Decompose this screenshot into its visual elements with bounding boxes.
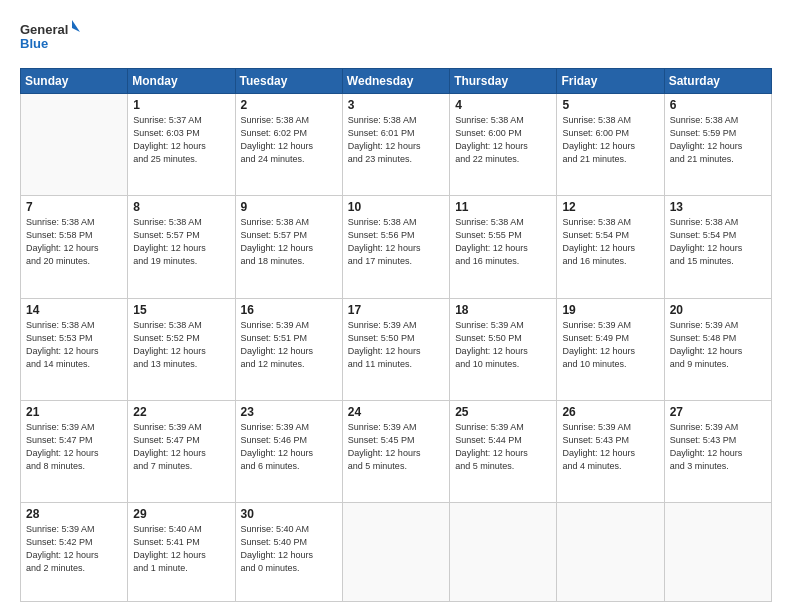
calendar-cell xyxy=(450,503,557,602)
day-info: Sunrise: 5:39 AM Sunset: 5:48 PM Dayligh… xyxy=(670,319,766,371)
calendar-cell: 24Sunrise: 5:39 AM Sunset: 5:45 PM Dayli… xyxy=(342,400,449,502)
calendar-cell: 7Sunrise: 5:38 AM Sunset: 5:58 PM Daylig… xyxy=(21,196,128,298)
calendar-week-row: 14Sunrise: 5:38 AM Sunset: 5:53 PM Dayli… xyxy=(21,298,772,400)
day-number: 28 xyxy=(26,507,122,521)
day-number: 23 xyxy=(241,405,337,419)
day-info: Sunrise: 5:38 AM Sunset: 5:54 PM Dayligh… xyxy=(562,216,658,268)
column-header-tuesday: Tuesday xyxy=(235,69,342,94)
day-number: 7 xyxy=(26,200,122,214)
day-number: 4 xyxy=(455,98,551,112)
calendar-cell: 5Sunrise: 5:38 AM Sunset: 6:00 PM Daylig… xyxy=(557,94,664,196)
calendar-cell: 15Sunrise: 5:38 AM Sunset: 5:52 PM Dayli… xyxy=(128,298,235,400)
calendar-cell: 17Sunrise: 5:39 AM Sunset: 5:50 PM Dayli… xyxy=(342,298,449,400)
svg-marker-2 xyxy=(72,20,80,32)
calendar-cell: 26Sunrise: 5:39 AM Sunset: 5:43 PM Dayli… xyxy=(557,400,664,502)
day-number: 20 xyxy=(670,303,766,317)
calendar-cell: 22Sunrise: 5:39 AM Sunset: 5:47 PM Dayli… xyxy=(128,400,235,502)
column-header-wednesday: Wednesday xyxy=(342,69,449,94)
day-info: Sunrise: 5:39 AM Sunset: 5:43 PM Dayligh… xyxy=(670,421,766,473)
day-info: Sunrise: 5:38 AM Sunset: 6:02 PM Dayligh… xyxy=(241,114,337,166)
day-info: Sunrise: 5:38 AM Sunset: 5:58 PM Dayligh… xyxy=(26,216,122,268)
calendar-cell: 19Sunrise: 5:39 AM Sunset: 5:49 PM Dayli… xyxy=(557,298,664,400)
day-number: 29 xyxy=(133,507,229,521)
calendar-week-row: 7Sunrise: 5:38 AM Sunset: 5:58 PM Daylig… xyxy=(21,196,772,298)
calendar-cell: 1Sunrise: 5:37 AM Sunset: 6:03 PM Daylig… xyxy=(128,94,235,196)
day-info: Sunrise: 5:38 AM Sunset: 5:52 PM Dayligh… xyxy=(133,319,229,371)
calendar-cell: 25Sunrise: 5:39 AM Sunset: 5:44 PM Dayli… xyxy=(450,400,557,502)
calendar-cell xyxy=(342,503,449,602)
calendar-cell: 29Sunrise: 5:40 AM Sunset: 5:41 PM Dayli… xyxy=(128,503,235,602)
day-number: 21 xyxy=(26,405,122,419)
day-info: Sunrise: 5:38 AM Sunset: 6:01 PM Dayligh… xyxy=(348,114,444,166)
calendar-cell: 30Sunrise: 5:40 AM Sunset: 5:40 PM Dayli… xyxy=(235,503,342,602)
day-info: Sunrise: 5:39 AM Sunset: 5:43 PM Dayligh… xyxy=(562,421,658,473)
day-number: 14 xyxy=(26,303,122,317)
day-info: Sunrise: 5:37 AM Sunset: 6:03 PM Dayligh… xyxy=(133,114,229,166)
day-number: 27 xyxy=(670,405,766,419)
day-info: Sunrise: 5:40 AM Sunset: 5:40 PM Dayligh… xyxy=(241,523,337,575)
calendar-cell: 4Sunrise: 5:38 AM Sunset: 6:00 PM Daylig… xyxy=(450,94,557,196)
day-number: 5 xyxy=(562,98,658,112)
day-info: Sunrise: 5:39 AM Sunset: 5:44 PM Dayligh… xyxy=(455,421,551,473)
calendar-cell: 28Sunrise: 5:39 AM Sunset: 5:42 PM Dayli… xyxy=(21,503,128,602)
calendar-cell: 3Sunrise: 5:38 AM Sunset: 6:01 PM Daylig… xyxy=(342,94,449,196)
calendar-table: SundayMondayTuesdayWednesdayThursdayFrid… xyxy=(20,68,772,602)
day-number: 22 xyxy=(133,405,229,419)
day-info: Sunrise: 5:39 AM Sunset: 5:51 PM Dayligh… xyxy=(241,319,337,371)
day-info: Sunrise: 5:38 AM Sunset: 6:00 PM Dayligh… xyxy=(455,114,551,166)
calendar-cell: 13Sunrise: 5:38 AM Sunset: 5:54 PM Dayli… xyxy=(664,196,771,298)
calendar-cell xyxy=(664,503,771,602)
day-number: 9 xyxy=(241,200,337,214)
calendar-cell: 27Sunrise: 5:39 AM Sunset: 5:43 PM Dayli… xyxy=(664,400,771,502)
day-number: 17 xyxy=(348,303,444,317)
day-info: Sunrise: 5:39 AM Sunset: 5:47 PM Dayligh… xyxy=(26,421,122,473)
calendar-week-row: 1Sunrise: 5:37 AM Sunset: 6:03 PM Daylig… xyxy=(21,94,772,196)
column-header-sunday: Sunday xyxy=(21,69,128,94)
day-number: 2 xyxy=(241,98,337,112)
calendar-cell: 16Sunrise: 5:39 AM Sunset: 5:51 PM Dayli… xyxy=(235,298,342,400)
day-info: Sunrise: 5:39 AM Sunset: 5:45 PM Dayligh… xyxy=(348,421,444,473)
day-number: 25 xyxy=(455,405,551,419)
general-blue-logo-icon: General Blue xyxy=(20,18,80,58)
calendar-cell: 21Sunrise: 5:39 AM Sunset: 5:47 PM Dayli… xyxy=(21,400,128,502)
calendar-cell: 20Sunrise: 5:39 AM Sunset: 5:48 PM Dayli… xyxy=(664,298,771,400)
day-info: Sunrise: 5:38 AM Sunset: 5:56 PM Dayligh… xyxy=(348,216,444,268)
calendar-week-row: 21Sunrise: 5:39 AM Sunset: 5:47 PM Dayli… xyxy=(21,400,772,502)
day-number: 16 xyxy=(241,303,337,317)
calendar-cell: 2Sunrise: 5:38 AM Sunset: 6:02 PM Daylig… xyxy=(235,94,342,196)
svg-text:General: General xyxy=(20,22,68,37)
day-number: 10 xyxy=(348,200,444,214)
day-info: Sunrise: 5:39 AM Sunset: 5:49 PM Dayligh… xyxy=(562,319,658,371)
day-info: Sunrise: 5:38 AM Sunset: 5:53 PM Dayligh… xyxy=(26,319,122,371)
calendar-week-row: 28Sunrise: 5:39 AM Sunset: 5:42 PM Dayli… xyxy=(21,503,772,602)
day-number: 24 xyxy=(348,405,444,419)
day-info: Sunrise: 5:39 AM Sunset: 5:42 PM Dayligh… xyxy=(26,523,122,575)
day-info: Sunrise: 5:39 AM Sunset: 5:46 PM Dayligh… xyxy=(241,421,337,473)
day-number: 1 xyxy=(133,98,229,112)
calendar-cell xyxy=(557,503,664,602)
day-number: 13 xyxy=(670,200,766,214)
day-number: 15 xyxy=(133,303,229,317)
day-info: Sunrise: 5:38 AM Sunset: 6:00 PM Dayligh… xyxy=(562,114,658,166)
day-info: Sunrise: 5:39 AM Sunset: 5:50 PM Dayligh… xyxy=(455,319,551,371)
day-info: Sunrise: 5:38 AM Sunset: 5:59 PM Dayligh… xyxy=(670,114,766,166)
calendar-cell: 11Sunrise: 5:38 AM Sunset: 5:55 PM Dayli… xyxy=(450,196,557,298)
day-number: 11 xyxy=(455,200,551,214)
header: General Blue xyxy=(20,18,772,58)
calendar-header-row: SundayMondayTuesdayWednesdayThursdayFrid… xyxy=(21,69,772,94)
page: General Blue SundayMondayTuesdayWednesda… xyxy=(0,0,792,612)
day-info: Sunrise: 5:38 AM Sunset: 5:57 PM Dayligh… xyxy=(241,216,337,268)
day-number: 6 xyxy=(670,98,766,112)
day-number: 30 xyxy=(241,507,337,521)
day-number: 3 xyxy=(348,98,444,112)
column-header-friday: Friday xyxy=(557,69,664,94)
calendar-cell: 8Sunrise: 5:38 AM Sunset: 5:57 PM Daylig… xyxy=(128,196,235,298)
calendar-cell: 18Sunrise: 5:39 AM Sunset: 5:50 PM Dayli… xyxy=(450,298,557,400)
day-info: Sunrise: 5:38 AM Sunset: 5:57 PM Dayligh… xyxy=(133,216,229,268)
day-number: 12 xyxy=(562,200,658,214)
day-number: 18 xyxy=(455,303,551,317)
day-number: 26 xyxy=(562,405,658,419)
calendar-cell xyxy=(21,94,128,196)
day-info: Sunrise: 5:40 AM Sunset: 5:41 PM Dayligh… xyxy=(133,523,229,575)
calendar-cell: 14Sunrise: 5:38 AM Sunset: 5:53 PM Dayli… xyxy=(21,298,128,400)
